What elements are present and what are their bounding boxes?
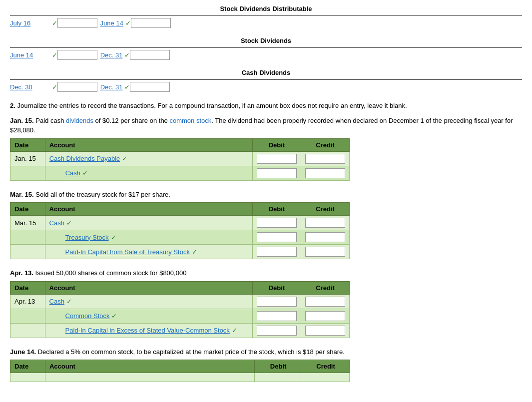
paid-in-capital-treasury-link[interactable]: Paid-In Capital from Sale of Treasury St… — [65, 248, 190, 256]
stock-dividends-title: Stock Dividends — [10, 37, 522, 44]
apr13-row2-credit-input[interactable] — [305, 311, 345, 321]
mar15-row2-credit — [301, 230, 349, 245]
june14-row1-account — [45, 373, 254, 382]
apr13-row2-debit — [252, 309, 301, 323]
apr13-row1-date: Apr. 13 — [10, 294, 45, 309]
jan15-row2-date — [10, 166, 45, 180]
apr13-cash-link[interactable]: Cash — [49, 298, 64, 305]
dec31-check1: ✓ — [124, 51, 130, 59]
jan15-row2-credit — [301, 166, 349, 180]
dec30-debit-input[interactable] — [57, 82, 97, 92]
mar15-row1-debit-input[interactable] — [257, 218, 297, 228]
dec31-credit-input2[interactable] — [130, 82, 170, 92]
jan15-row1-credit — [301, 151, 349, 166]
jan15-description: Jan. 15. Paid cash dividends of $0.12 pe… — [10, 116, 522, 135]
jan15-row1-date: Jan. 15 — [10, 151, 45, 166]
dec30-check: ✓ — [52, 83, 57, 91]
apr13-row3-credit-input[interactable] — [305, 326, 345, 336]
june14-row1-credit — [302, 373, 350, 382]
apr13-row3-debit-input[interactable] — [257, 326, 297, 336]
cash-check: ✓ — [82, 169, 88, 177]
dec31-ref-date2[interactable]: Dec. 31 — [100, 83, 123, 91]
july16-debit-input[interactable] — [57, 18, 97, 28]
jan15-header-date: Date — [10, 138, 45, 151]
apr13-row2-debit-input[interactable] — [257, 311, 297, 321]
mar15-cash-link[interactable]: Cash — [49, 219, 64, 227]
paid-in-capital-treasury-check: ✓ — [192, 248, 197, 256]
mar15-row2-debit-input[interactable] — [257, 232, 297, 242]
apr13-row2-date — [10, 309, 45, 323]
apr13-header-date: Date — [10, 281, 45, 294]
jan15-header-credit: Credit — [301, 138, 349, 151]
apr13-label: Apr. 13. — [10, 269, 33, 277]
table-row: Treasury Stock ✓ — [10, 230, 350, 245]
jan15-row1-account: Cash Dividends Payable ✓ — [45, 151, 252, 166]
june14-row1-debit — [255, 373, 302, 382]
cash-dividends-payable-link[interactable]: Cash Dividends Payable — [49, 155, 120, 162]
june14-debit-input[interactable] — [57, 50, 97, 60]
jan15-row2-debit — [252, 166, 301, 180]
july16-date[interactable]: July 16 — [10, 19, 50, 27]
apr13-row2-credit — [301, 309, 349, 323]
apr13-row1-credit-input[interactable] — [305, 297, 345, 307]
mar15-row1-credit-input[interactable] — [305, 218, 345, 228]
apr13-header-debit: Debit — [252, 281, 301, 294]
problem2-label: 2. — [10, 102, 15, 109]
mar15-row3-account: Paid-In Capital from Sale of Treasury St… — [45, 245, 252, 259]
mar15-row2-account: Treasury Stock ✓ — [45, 230, 252, 245]
mar15-row3-credit — [301, 245, 349, 259]
apr13-table: Date Account Debit Credit Apr. 13 Cash ✓… — [10, 281, 350, 338]
apr13-row3-debit — [252, 323, 301, 338]
paid-in-capital-common-link[interactable]: Paid-In Capital in Excess of Stated Valu… — [65, 327, 230, 334]
jan15-common-stock-link[interactable]: common stock — [169, 117, 211, 124]
mar15-row3-debit-input[interactable] — [257, 247, 297, 257]
paid-in-capital-common-check: ✓ — [232, 327, 237, 334]
apr13-header-credit: Credit — [301, 281, 349, 294]
mar15-header-date: Date — [10, 203, 45, 216]
mar15-row1-date: Mar. 15 — [10, 216, 45, 230]
june14-header-credit: Credit — [302, 360, 350, 373]
jan15-dividends-link[interactable]: dividends — [66, 117, 93, 124]
treasury-stock-check: ✓ — [111, 234, 116, 241]
cash-dividends-title: Cash Dividends — [10, 69, 522, 76]
apr13-row2-account: Common Stock ✓ — [45, 309, 252, 323]
apr13-row3-date — [10, 323, 45, 338]
mar15-row1-debit — [252, 216, 301, 230]
table-row: Mar. 15 Cash ✓ — [10, 216, 350, 230]
stock-dividends-distributable-title: Stock Dividends Distributable — [10, 5, 522, 12]
mar15-row3-credit-input[interactable] — [305, 247, 345, 257]
cash-dividends-payable-check: ✓ — [122, 155, 127, 162]
apr13-row3-credit — [301, 323, 349, 338]
dec31-ref-date1[interactable]: Dec. 31 — [100, 51, 123, 59]
common-stock-link[interactable]: Common Stock — [65, 312, 110, 320]
table-row: Paid-In Capital from Sale of Treasury St… — [10, 245, 350, 259]
mar15-row1-account: Cash ✓ — [45, 216, 252, 230]
june14-date[interactable]: June 14 — [10, 51, 50, 59]
mar15-row2-credit-input[interactable] — [305, 232, 345, 242]
treasury-stock-link[interactable]: Treasury Stock — [65, 234, 109, 241]
jan15-row2-credit-input[interactable] — [305, 168, 345, 178]
dec31-check2: ✓ — [124, 83, 130, 91]
mar15-description: Mar. 15. Sold all of the treasury stock … — [10, 190, 522, 200]
jan15-table: Date Account Debit Credit Jan. 15 Cash D… — [10, 138, 350, 181]
june14-ref-date1[interactable]: June 14 — [100, 19, 123, 27]
mar15-row3-debit — [252, 245, 301, 259]
mar15-label: Mar. 15. — [10, 191, 34, 198]
apr13-row1-account: Cash ✓ — [45, 294, 252, 309]
table-row — [10, 373, 350, 382]
dec31-credit-input1[interactable] — [130, 50, 170, 60]
june14-table-partial: Date Account Debit Credit — [10, 360, 350, 382]
jan15-row1-debit — [252, 151, 301, 166]
june14-bottom-label: June 14. — [10, 348, 36, 356]
dec30-date[interactable]: Dec. 30 — [10, 83, 50, 91]
apr13-row1-debit-input[interactable] — [257, 297, 297, 307]
mar15-table: Date Account Debit Credit Mar. 15 Cash ✓… — [10, 202, 350, 259]
jan15-row2-debit-input[interactable] — [257, 168, 297, 178]
jan15-row1-credit-input[interactable] — [305, 154, 345, 164]
june14-credit-input1[interactable] — [131, 18, 171, 28]
apr13-description: Apr. 13. Issued 50,000 shares of common … — [10, 268, 522, 278]
cash-link[interactable]: Cash — [65, 169, 80, 177]
apr13-row3-account: Paid-In Capital in Excess of Stated Valu… — [45, 323, 252, 338]
mar15-header-debit: Debit — [252, 203, 301, 216]
jan15-row1-debit-input[interactable] — [257, 154, 297, 164]
